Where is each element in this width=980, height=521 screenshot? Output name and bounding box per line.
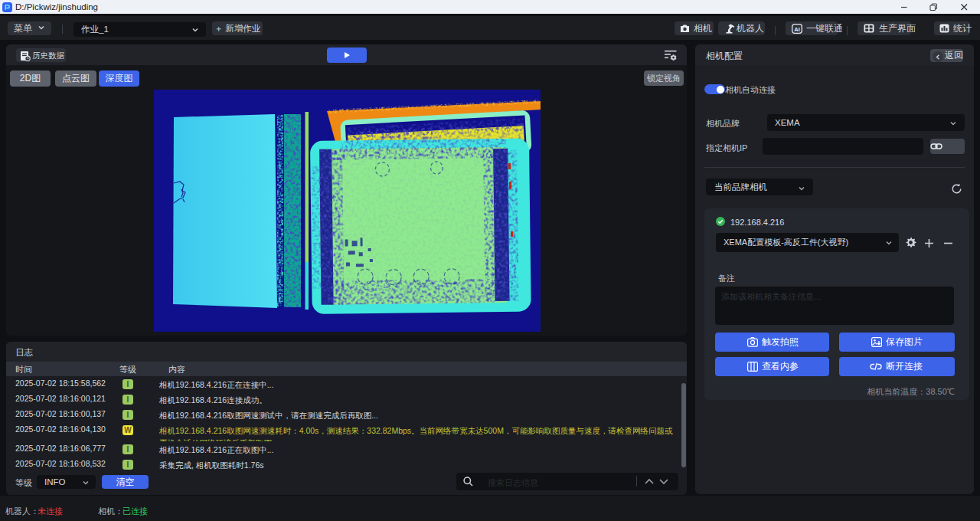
svg-text:AI: AI bbox=[794, 25, 800, 32]
